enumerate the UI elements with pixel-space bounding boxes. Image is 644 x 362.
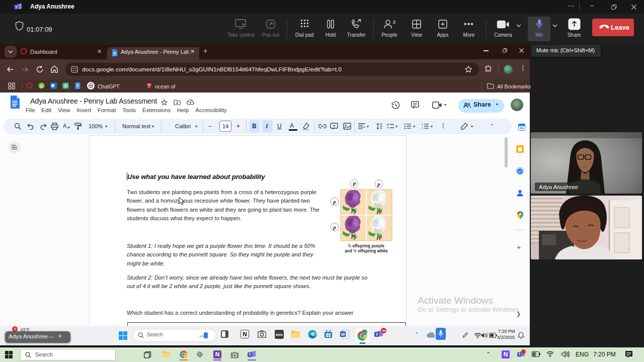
svg-text:2: 2 [393, 20, 395, 25]
svg-text:T: T [15, 6, 18, 9]
svg-text:T: T [518, 352, 520, 356]
svg-text:2: 2 [422, 127, 423, 129]
svg-text:P: P [353, 181, 356, 187]
svg-text:Pp: Pp [351, 234, 356, 240]
svg-text:T: T [376, 332, 378, 337]
svg-text:pp: pp [376, 234, 382, 240]
svg-text:and ½ offspring white: and ½ offspring white [345, 248, 388, 253]
svg-text:p: p [333, 199, 336, 205]
svg-text:p: p [333, 224, 336, 230]
svg-text:31: 31 [520, 126, 524, 130]
svg-text:W: W [341, 332, 345, 337]
svg-text:Pp: Pp [351, 209, 356, 214]
svg-text:pp: pp [376, 209, 382, 214]
svg-text:½ offspring purple: ½ offspring purple [348, 243, 384, 248]
svg-text:p: p [377, 181, 380, 187]
svg-text:T: T [249, 353, 252, 357]
svg-text:A: A [63, 123, 67, 129]
svg-text:1: 1 [422, 123, 423, 126]
svg-text:C: C [40, 84, 43, 88]
